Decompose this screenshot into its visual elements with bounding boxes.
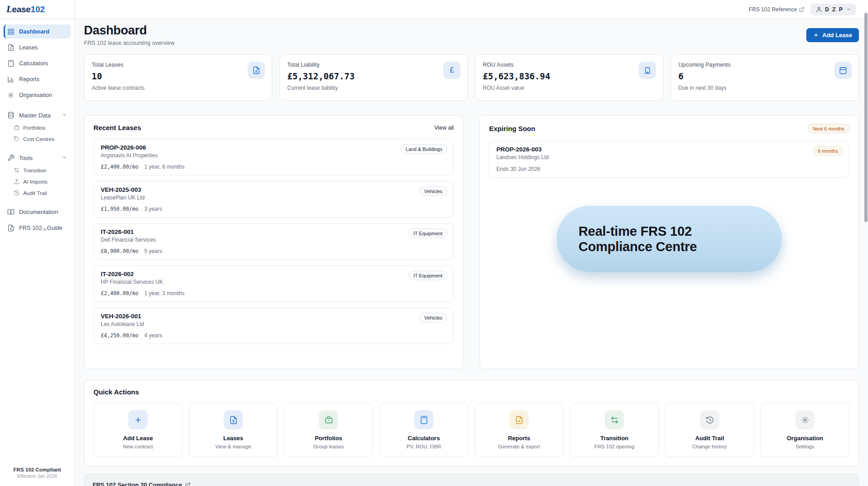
sidebar-item-label: Reports	[19, 76, 39, 83]
logo-l: L	[6, 4, 12, 15]
quick-action-reports[interactable]: Reports Generate & export	[475, 403, 564, 457]
lease-row[interactable]: VEH-2026-001 Lex Autolease Ltd £4,250.00…	[93, 307, 454, 344]
gear-icon	[795, 410, 814, 429]
sidebar-item-audit-trail[interactable]: Audit Trail	[4, 187, 71, 199]
lease-term: 4 years	[144, 332, 162, 339]
stat-value: £5,623,836.94	[483, 71, 656, 81]
sidebar-item-documentation[interactable]: Documentation	[4, 205, 71, 219]
sidebar-nav: Dashboard Leases Calculators Reports Org…	[0, 19, 74, 461]
main-content: Dashboard FRS 102 lease accounting overv…	[75, 19, 868, 486]
user-icon	[816, 6, 822, 13]
range-badge: Next 6 months	[808, 124, 849, 133]
stat-sub: Due in next 30 days	[678, 85, 851, 91]
lease-term: 3 years	[144, 206, 162, 212]
file-icon	[7, 44, 15, 51]
lease-company: Landsec Holdings Ltd	[496, 154, 842, 160]
add-lease-label: Add Lease	[822, 32, 852, 39]
lease-row[interactable]: IT-2026-001 Dell Financial Services £8,9…	[93, 223, 454, 260]
quick-action-add-lease[interactable]: Add Lease New contract	[93, 403, 182, 457]
sidebar-item-dashboard[interactable]: Dashboard	[4, 24, 71, 39]
lease-rate: £1,950.00/mo	[101, 206, 138, 212]
view-all-link[interactable]: View all	[434, 125, 454, 131]
stat-card-upcoming-payments: Upcoming Payments 6 Due in next 30 days	[671, 54, 859, 101]
file-icon	[224, 410, 243, 429]
lease-category-badge: Vehicles	[419, 313, 447, 322]
quick-action-calculators[interactable]: Calculators PV, ROU, OBR	[379, 403, 468, 457]
lease-term: 1 year, 3 months	[144, 290, 185, 296]
compliance-centre-bubble: Real-time FRS 102 Compliance Centre	[557, 206, 782, 272]
lease-row[interactable]: VEH-2025-003 LeasePlan UK Ltd £1,950.00/…	[93, 181, 454, 218]
stat-sub: Current lease liability	[287, 85, 460, 91]
stat-label: Total Leases	[92, 62, 265, 68]
lease-term: 5 years	[144, 248, 162, 254]
lease-row[interactable]: IT-2026-002 HP Financial Services UK £2,…	[93, 265, 454, 302]
topbar: FRS 102 Reference D Z P	[75, 0, 868, 19]
frs-reference-link[interactable]: FRS 102 Reference	[749, 6, 804, 13]
quick-action-sub: New contract	[123, 444, 153, 449]
expiring-soon-title: Expiring Soon	[489, 125, 535, 132]
compliance-centre-text: Real-time FRS 102 Compliance Centre	[579, 224, 728, 254]
quick-action-sub: Group leases	[313, 444, 343, 449]
quick-action-title: Audit Trail	[695, 435, 724, 442]
expiring-soon-panel: Expiring Soon Next 6 months PROP-2026-00…	[480, 115, 859, 369]
lease-row[interactable]: PROP-2026-006 Argonavis AI Properties £2…	[93, 139, 454, 175]
sidebar-group-header-master-data[interactable]: Master Data	[4, 108, 71, 122]
sidebar-item-ai-imports[interactable]: AI Imports	[4, 176, 71, 187]
external-link-icon	[799, 7, 804, 12]
sidebar-item-label: Transition	[23, 167, 46, 174]
tag-icon	[14, 136, 20, 142]
quick-action-sub: Change history	[692, 444, 727, 449]
sidebar-item-leases[interactable]: Leases	[4, 40, 71, 54]
lease-rate: £2,400.00/mo	[101, 164, 138, 170]
sidebar-group-header-tools[interactable]: Tools	[4, 151, 71, 165]
sidebar-item-label: Dashboard	[19, 28, 49, 35]
lease-rate: £8,900.00/mo	[101, 248, 138, 254]
quick-action-portfolios[interactable]: Portfolios Group leases	[284, 403, 373, 457]
external-link-icon[interactable]	[185, 482, 191, 486]
expiring-lease-row[interactable]: PROP-2026-003 Landsec Holdings Ltd Ends …	[489, 141, 849, 178]
file-icon	[248, 62, 265, 79]
quick-action-sub: View & manage	[216, 444, 251, 449]
chevron-down-icon	[62, 112, 67, 119]
swap-icon	[605, 410, 624, 429]
add-lease-button[interactable]: Add Lease	[806, 28, 859, 42]
lease-code: PROP-2026-003	[496, 146, 842, 153]
lease-company: Argonavis AI Properties	[101, 152, 446, 159]
quick-action-title: Organisation	[787, 435, 823, 442]
calculator-icon	[7, 60, 15, 67]
lease-category-badge: Vehicles	[419, 186, 447, 196]
user-initials: D Z P	[825, 6, 843, 13]
sidebar-item-transition[interactable]: Transition	[4, 165, 71, 176]
quick-action-title: Transition	[600, 435, 628, 442]
page-scrollbar[interactable]	[864, 13, 868, 222]
compliance-line1: FRS 102 Compliant	[5, 467, 70, 472]
quick-action-audit-trail[interactable]: Audit Trail Change history	[665, 403, 754, 457]
lease-category-badge: Land & Buildings	[401, 144, 447, 154]
quick-action-leases[interactable]: Leases View & manage	[189, 403, 278, 457]
quick-action-title: Reports	[508, 435, 530, 442]
sidebar-item-frs-guide[interactable]: FRS 10220Guide	[4, 221, 71, 235]
report-icon	[510, 410, 529, 429]
lease-code: IT-2026-001	[101, 228, 446, 235]
sidebar-item-organisation[interactable]: Organisation	[4, 88, 71, 102]
lease-company: Dell Financial Services	[101, 237, 446, 243]
history-icon	[700, 410, 719, 429]
sidebar-item-portfolios[interactable]: Portfolios	[4, 122, 71, 133]
quick-action-title: Leases	[223, 435, 243, 442]
frs-reference-label: FRS 102 Reference	[749, 6, 797, 13]
plus-icon	[128, 410, 147, 429]
user-menu[interactable]: D Z P	[811, 4, 856, 15]
sidebar-item-label: AI Imports	[23, 179, 48, 185]
logo-number: 102	[31, 5, 45, 14]
stat-card-total-liability: Total Liability £5,312,067.73 Current le…	[280, 54, 468, 101]
swap-icon	[14, 167, 20, 173]
quick-action-transition[interactable]: Transition FRS 102 opening	[570, 403, 659, 457]
sidebar-item-reports[interactable]: Reports	[4, 72, 71, 86]
sidebar-item-calculators[interactable]: Calculators	[4, 56, 71, 70]
lease-end-date: Ends 30 Jun 2026	[496, 166, 842, 172]
file-icon	[7, 224, 15, 232]
sidebar-item-cost-centres[interactable]: Cost Centres	[4, 133, 71, 145]
quick-action-organisation[interactable]: Organisation Settings	[760, 403, 849, 457]
lease-category-badge: IT Equipment	[408, 228, 447, 238]
lease-rate: £2,400.00/mo	[101, 290, 138, 296]
